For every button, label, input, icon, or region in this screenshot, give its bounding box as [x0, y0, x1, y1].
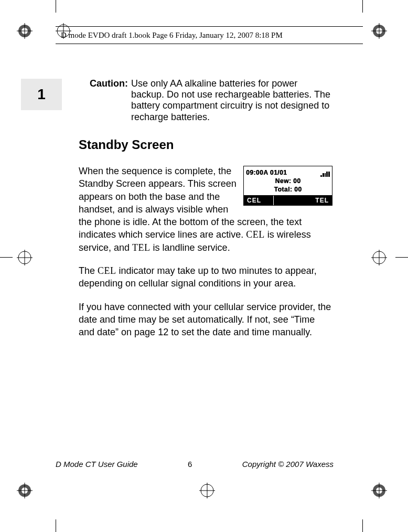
- paragraph-2: The CEL indicator may take up to two min…: [79, 264, 332, 290]
- lcd-time-date: 09:00A 01/01: [246, 168, 287, 177]
- chapter-tab: 1: [21, 79, 62, 110]
- lcd-screenshot: 09:00A 01/01 New: 00 Total: 00 CEL TEL: [243, 166, 332, 206]
- crop-mark: [395, 257, 408, 258]
- caution-block: Caution: Use only AA alkaline batteries …: [79, 78, 332, 123]
- cel-token: CEL: [98, 265, 116, 276]
- crop-mark: [56, 0, 56, 13]
- lcd-line-new: New: 00: [246, 177, 330, 185]
- registration-mark-icon: [371, 483, 387, 498]
- content-area: Caution: Use only AA alkaline batteries …: [79, 78, 332, 349]
- section-heading: Standby Screen: [79, 137, 332, 152]
- crop-mark: [0, 257, 13, 258]
- lcd-softkey-left: CEL: [244, 196, 274, 205]
- crop-mark: [56, 519, 56, 532]
- lcd-softkey-right: TEL: [303, 196, 332, 205]
- caution-text: Use only AA alkaline batteries for power…: [131, 78, 332, 123]
- lcd-line-total: Total: 00: [246, 185, 330, 194]
- page: D mode EVDO draft 1.book Page 6 Friday, …: [0, 0, 408, 532]
- lcd-softkey-gap: [274, 196, 303, 205]
- running-header: D mode EVDO draft 1.book Page 6 Friday, …: [61, 31, 283, 40]
- paragraph-1: 09:00A 01/01 New: 00 Total: 00 CEL TEL W…: [79, 165, 332, 254]
- footer-right: Copyright © 2007 Waxess: [242, 460, 334, 469]
- registration-mark-icon: [17, 23, 33, 39]
- footer-page-number: 6: [188, 460, 192, 469]
- footer-left: D Mode CT User Guide: [56, 460, 138, 469]
- registration-mark-icon: [371, 250, 387, 265]
- registration-mark-icon: [17, 483, 33, 498]
- paragraph-3: If you have connected with your cellular…: [79, 301, 332, 339]
- page-header-bar: D mode EVDO draft 1.book Page 6 Friday, …: [56, 26, 363, 44]
- crop-mark: [362, 0, 363, 13]
- lcd-softkeys: CEL TEL: [244, 195, 332, 205]
- registration-mark-icon: [371, 23, 387, 39]
- p2-part-a: The: [79, 265, 98, 276]
- page-footer: D Mode CT User Guide 6 Copyright © 2007 …: [56, 460, 334, 469]
- caution-label: Caution:: [79, 78, 131, 123]
- crop-mark: [362, 519, 363, 532]
- cel-token: CEL: [246, 229, 265, 240]
- tel-token: TEL: [132, 242, 151, 253]
- registration-mark-icon: [17, 250, 33, 265]
- p1-part-c: is landline service.: [151, 242, 230, 253]
- registration-mark-icon: [199, 483, 215, 498]
- chapter-number: 1: [37, 86, 46, 103]
- lcd-top: 09:00A 01/01 New: 00 Total: 00: [244, 166, 332, 195]
- signal-icon: [320, 168, 330, 177]
